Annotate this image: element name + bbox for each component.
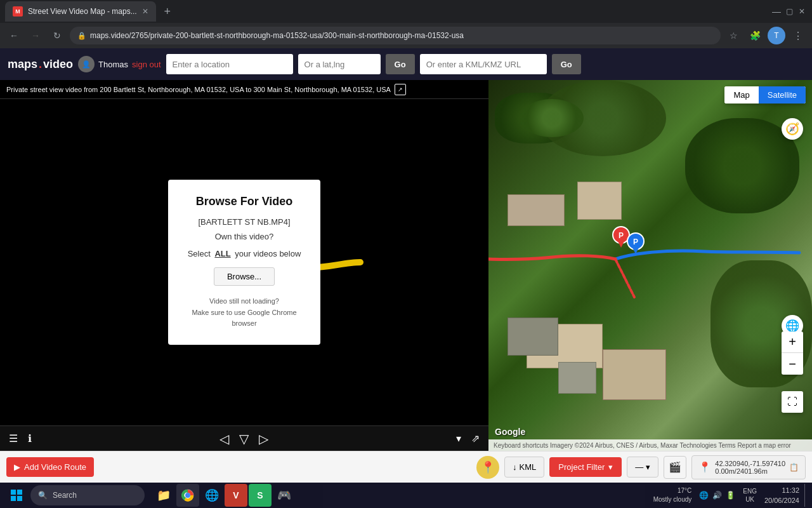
close-button[interactable]: ✕ <box>797 6 807 17</box>
reload-button[interactable]: ↻ <box>48 27 66 44</box>
tab-favicon: M <box>13 6 23 17</box>
map-panel: P P Map Satellite 🧭 🌐 <box>488 80 812 451</box>
browser-tab[interactable]: M Street View Video Map - maps... ✕ <box>5 1 156 22</box>
dropdown-button[interactable]: ▾ <box>456 432 461 444</box>
map-pin-2[interactable]: P <box>627 232 645 256</box>
location-pin-button[interactable]: 📍 <box>476 456 499 479</box>
attribution-bar: Keyboard shortcuts Imagery ©2024 Airbus,… <box>488 439 812 451</box>
maximize-button[interactable]: ▢ <box>784 6 794 17</box>
building-1 <box>508 194 565 226</box>
profile-button[interactable]: T <box>768 27 785 44</box>
zoom-out-button[interactable]: − <box>782 353 803 375</box>
browse-modal-select-text: Select ALL your videos below <box>181 249 308 258</box>
browse-warning-line1: Video still not loading? <box>181 296 308 307</box>
avatar: 👤 <box>78 56 95 72</box>
lock-icon: 🔒 <box>77 32 86 40</box>
svg-rect-11 <box>17 496 22 501</box>
top-bar: maps . video 👤 Thomas sign out Go Go <box>0 48 812 80</box>
extensions-button[interactable]: 🧩 <box>746 27 764 44</box>
coord-display: 📍 42.320940,-71.597410 0.00m/2401.96m 📋 <box>691 455 806 479</box>
location-input[interactable] <box>166 54 293 74</box>
menu-button[interactable]: ⋮ <box>789 27 807 44</box>
dash-select[interactable]: — ▾ <box>627 457 658 478</box>
latlng-input[interactable] <box>298 54 381 74</box>
project-filter-button[interactable]: Project Filter ▾ <box>549 457 622 477</box>
taskbar: 🔍 Search 📁 🌐 V S 🎮 17°C Mostly cloudy 🌐 … <box>0 483 812 508</box>
windows-icon <box>11 490 22 501</box>
url-text: maps.video/2765/private-200-bartlett-st-… <box>90 31 464 40</box>
taskbar-clock[interactable]: 11:32 20/06/2024 <box>764 485 799 506</box>
google-logo: Google <box>495 427 525 437</box>
bottom-bar: ▶ Add Video Route 📍 ↓ KML Project Filter… <box>0 451 812 483</box>
video-controls-bar: ☰ ℹ ◁ ▽ ▷ ▾ ⇗ <box>0 425 488 451</box>
add-route-label: Add Video Route <box>24 462 86 472</box>
tab-title: Street View Video Map - maps... <box>28 7 137 16</box>
browse-modal-own: Own this video? <box>181 232 308 241</box>
taskbar-date: 20/06/2024 <box>764 495 799 506</box>
coord-latlong: 42.320940,-71.597410 <box>715 460 785 467</box>
map-button[interactable]: Map <box>724 86 758 104</box>
your-videos-label: your videos below <box>235 249 301 258</box>
attribution-text: Keyboard shortcuts Imagery ©2024 Airbus,… <box>494 442 791 449</box>
bookmark-button[interactable]: ☆ <box>724 27 742 44</box>
taskbar-app-green1[interactable]: S <box>249 484 272 507</box>
next-frame-button[interactable]: ▷ <box>259 431 268 446</box>
taskbar-app-chrome[interactable] <box>176 484 199 507</box>
sign-out-link[interactable]: sign out <box>132 60 161 69</box>
logo-text2: video <box>43 58 73 71</box>
taskbar-app-orange[interactable]: 🎮 <box>273 484 296 507</box>
taskbar-app-red1[interactable]: V <box>225 484 247 507</box>
new-tab-button[interactable]: + <box>159 3 176 20</box>
lang-label: ENG <box>743 487 757 495</box>
hamburger-button[interactable]: ☰ <box>9 432 18 444</box>
compass-button[interactable]: 🧭 <box>782 118 803 140</box>
video-main: Browse For Video [BARTLETT ST NB.MP4] Ow… <box>0 99 488 425</box>
go-button-1[interactable]: Go <box>386 54 415 74</box>
minimize-button[interactable]: — <box>771 6 782 17</box>
svg-text:P: P <box>633 237 638 246</box>
svg-point-13 <box>185 493 190 498</box>
zoom-controls: + − <box>782 331 803 375</box>
chrome-icon <box>181 489 194 502</box>
taskbar-systray: 🌐 🔊 🔋 <box>699 491 735 500</box>
external-link-icon[interactable]: ↗ <box>395 84 406 95</box>
search-icon: 🔍 <box>38 491 48 500</box>
browser-titlebar: M Street View Video Map - maps... ✕ + — … <box>0 0 812 23</box>
browse-button[interactable]: Browse... <box>214 267 275 286</box>
volume-icon[interactable]: 🔊 <box>712 491 722 500</box>
taskbar-app-browser[interactable]: 🌐 <box>200 484 223 507</box>
battery-icon[interactable]: 🔋 <box>726 491 735 500</box>
video-icon-button[interactable]: 🎬 <box>664 456 686 479</box>
fullscreen-button[interactable]: ⛶ <box>782 391 803 413</box>
network-icon[interactable]: 🌐 <box>699 491 709 500</box>
share-button[interactable]: ⇗ <box>471 432 480 444</box>
taskbar-start-button[interactable] <box>5 484 28 507</box>
weather-temp: 17°C <box>678 486 691 495</box>
taskbar-weather: 17°C Mostly cloudy <box>653 486 692 504</box>
taskbar-search-bar[interactable]: 🔍 Search <box>30 485 145 505</box>
down-button[interactable]: ▽ <box>239 431 249 446</box>
go-button-2[interactable]: Go <box>552 54 581 74</box>
prev-frame-button[interactable]: ◁ <box>219 431 229 446</box>
add-route-button[interactable]: ▶ Add Video Route <box>6 457 94 477</box>
kml-input[interactable] <box>420 54 547 74</box>
address-bar[interactable]: 🔒 maps.video/2765/private-200-bartlett-s… <box>70 27 721 44</box>
taskbar-app-explorer[interactable]: 📁 <box>152 484 175 507</box>
back-button[interactable]: ← <box>5 27 23 44</box>
logo-text: maps <box>8 58 37 71</box>
svg-rect-10 <box>11 496 16 501</box>
tab-close-icon[interactable]: ✕ <box>142 7 148 16</box>
satellite-button[interactable]: Satellite <box>759 86 806 104</box>
browse-modal: Browse For Video [BARTLETT ST NB.MP4] Ow… <box>168 180 320 345</box>
zoom-in-button[interactable]: + <box>782 331 803 353</box>
browse-modal-title: Browse For Video <box>181 195 308 208</box>
kml-button[interactable]: ↓ KML <box>504 457 544 478</box>
chevron-down-icon: ▾ <box>608 462 613 472</box>
weather-desc: Mostly cloudy <box>653 495 692 504</box>
kml-label: KML <box>520 462 537 472</box>
coord-copy-icon[interactable]: 📋 <box>789 463 799 472</box>
project-filter-label: Project Filter <box>558 462 605 472</box>
show-desktop-button[interactable] <box>804 484 807 507</box>
forward-button[interactable]: → <box>27 27 44 44</box>
info-button[interactable]: ℹ <box>28 432 32 444</box>
